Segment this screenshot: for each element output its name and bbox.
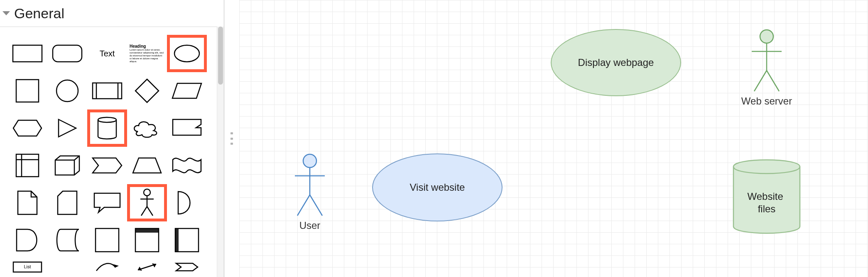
text-label: Text (100, 49, 115, 58)
svg-rect-3 (16, 80, 39, 102)
shape-container[interactable] (87, 221, 127, 259)
shape-process[interactable] (87, 72, 127, 109)
svg-marker-12 (173, 119, 201, 135)
svg-point-44 (760, 30, 773, 43)
svg-rect-31 (175, 228, 179, 252)
svg-rect-0 (13, 45, 42, 62)
svg-marker-11 (59, 119, 76, 137)
svg-rect-27 (96, 228, 119, 252)
node-display-webpage[interactable]: Display webpage (551, 29, 681, 96)
shape-sidebar: General Text Heading Lorem ipsum dolor s… (0, 0, 224, 277)
shape-trapezoid[interactable] (127, 147, 167, 184)
node-user[interactable]: User (289, 153, 331, 226)
shape-horizontal-container[interactable] (167, 221, 207, 259)
shape-and[interactable] (7, 221, 47, 259)
svg-line-47 (754, 70, 767, 91)
diagram-canvas[interactable]: User Visit website Display webpage Web s… (239, 0, 868, 277)
svg-marker-8 (135, 79, 159, 102)
shape-palette: Text Heading Lorem ipsum dolor sit amet,… (0, 27, 217, 277)
svg-point-2 (174, 45, 199, 62)
svg-line-48 (767, 70, 779, 91)
svg-rect-29 (135, 228, 159, 233)
shape-bidirectional-arrow[interactable] (127, 259, 167, 275)
node-user-label: User (289, 220, 331, 231)
shape-hexagon[interactable] (7, 109, 47, 147)
shape-card[interactable] (47, 184, 87, 221)
section-title: General (14, 5, 64, 22)
sidebar-scrollbar[interactable] (217, 27, 224, 277)
svg-marker-18 (93, 158, 122, 173)
shape-callout[interactable] (87, 184, 127, 221)
svg-line-25 (141, 207, 147, 216)
svg-line-42 (297, 195, 310, 216)
shape-heading[interactable]: Heading Lorem ipsum dolor sit amet, cons… (127, 35, 167, 72)
shape-vertical-container[interactable] (127, 221, 167, 259)
shape-cube[interactable] (47, 147, 87, 184)
shape-rectangle[interactable] (7, 35, 47, 72)
scrollbar-thumb[interactable] (218, 27, 223, 85)
node-display-webpage-label: Display webpage (578, 57, 654, 68)
shape-parallelogram[interactable] (167, 72, 207, 109)
shape-or[interactable] (167, 184, 207, 221)
svg-marker-21 (58, 191, 77, 214)
shape-ellipse[interactable] (167, 35, 207, 72)
shape-note[interactable] (7, 184, 47, 221)
shape-circle[interactable] (47, 72, 87, 109)
shape-data-storage[interactable] (47, 221, 87, 259)
collapse-triangle-icon[interactable] (2, 11, 10, 15)
node-visit-website-label: Visit website (410, 182, 465, 193)
svg-marker-20 (18, 191, 37, 214)
svg-marker-19 (133, 158, 161, 173)
svg-line-43 (310, 195, 322, 216)
node-web-server-label: Web server (733, 95, 800, 107)
svg-rect-5 (93, 83, 122, 99)
shape-diamond[interactable] (127, 72, 167, 109)
svg-rect-13 (16, 154, 39, 177)
shape-curved-arrow[interactable] (87, 259, 127, 275)
shape-text[interactable]: Text (87, 35, 127, 72)
shape-square[interactable] (7, 72, 47, 109)
sidebar-section-header[interactable]: General (0, 0, 224, 27)
svg-point-22 (144, 189, 150, 196)
shape-cylinder[interactable] (87, 109, 127, 147)
shape-callout-rect[interactable] (167, 109, 207, 147)
svg-text:List: List (24, 264, 31, 269)
svg-line-26 (147, 207, 153, 216)
heading-label: Heading (130, 44, 146, 49)
svg-point-39 (303, 154, 316, 168)
shape-step[interactable] (87, 147, 127, 184)
svg-marker-38 (176, 263, 198, 271)
svg-rect-30 (175, 228, 199, 252)
node-visit-website[interactable]: Visit website (372, 153, 503, 221)
node-website-files[interactable]: Website files (729, 153, 804, 242)
svg-rect-1 (53, 45, 82, 62)
node-web-server[interactable]: Web server (733, 29, 800, 100)
shape-cloud[interactable] (127, 109, 167, 147)
shape-triangle[interactable] (47, 109, 87, 147)
panel-splitter[interactable] (224, 0, 239, 277)
svg-point-4 (56, 80, 78, 102)
shape-message[interactable] (167, 259, 207, 275)
svg-marker-10 (13, 120, 42, 136)
shape-tape[interactable] (167, 147, 207, 184)
svg-marker-9 (172, 83, 201, 98)
shape-rounded-rectangle[interactable] (47, 35, 87, 72)
shape-list[interactable]: List (7, 259, 47, 275)
shape-actor[interactable] (127, 184, 167, 221)
shape-internal-storage[interactable] (7, 147, 47, 184)
splitter-grip-icon (230, 132, 233, 145)
